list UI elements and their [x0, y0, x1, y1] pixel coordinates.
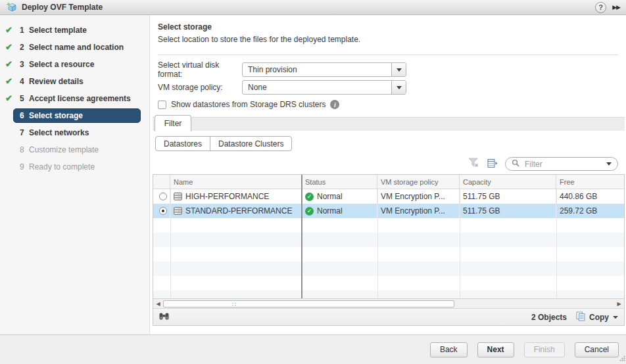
tab-filter[interactable]: Filter	[155, 115, 191, 131]
dropdown-caret-button[interactable]	[391, 63, 406, 76]
step-done-check-icon: ✔	[5, 76, 12, 86]
find-binoculars-icon[interactable]	[159, 312, 169, 322]
table-header-row: Name Status VM storage policy Capacity F…	[153, 175, 624, 189]
object-count: 2 Objects	[531, 313, 567, 322]
step-number: 8	[20, 145, 24, 154]
show-drs-checkbox[interactable]	[158, 101, 166, 109]
column-divider	[460, 189, 460, 298]
step-label: Customize template	[29, 145, 99, 154]
step-select-name-location[interactable]: ✔ 2 Select name and location	[0, 39, 149, 56]
datastore-name-cell: HIGH-PERFORMANCE	[170, 189, 302, 204]
frozen-column-splitter[interactable]	[301, 175, 302, 298]
datastore-icon	[174, 207, 182, 215]
show-drs-label: Show datastores from Storage DRS cluster…	[171, 100, 325, 109]
table-row-standard-performance[interactable]: STANDARD-PERFORMANCE ✓ Normal VM Encrypt…	[153, 204, 624, 218]
resize-grip[interactable]	[619, 354, 625, 363]
table-filter-search[interactable]	[505, 157, 618, 171]
column-header-name[interactable]: Name	[170, 175, 302, 189]
step-label: Review details	[29, 77, 84, 86]
column-divider	[170, 189, 171, 298]
column-divider	[377, 189, 378, 298]
step-ready-complete: 9 Ready to complete	[0, 158, 149, 175]
column-divider	[556, 189, 557, 298]
radio-selected[interactable]	[159, 207, 167, 215]
policy-cell: VM Encryption P...	[377, 204, 460, 218]
dropdown-caret-button[interactable]	[391, 81, 406, 94]
step-number: 9	[20, 162, 24, 171]
disk-format-label: Select virtual disk format:	[158, 60, 242, 79]
step-number: 3	[20, 60, 24, 69]
toggle-datastore-clusters[interactable]: Datastore Clusters	[210, 137, 291, 150]
chevron-down-icon	[397, 68, 402, 72]
chevron-down-icon[interactable]	[613, 316, 618, 319]
chevron-down-icon[interactable]	[606, 162, 612, 166]
scrollbar-grip-icon[interactable]: ∷	[232, 301, 236, 307]
page-title: Select storage	[158, 15, 618, 32]
info-icon[interactable]: i	[330, 100, 339, 109]
step-label: Select a resource	[29, 60, 94, 69]
vm-policy-label: VM storage policy:	[158, 83, 242, 92]
table-row-high-performance[interactable]: HIGH-PERFORMANCE ✓ Normal VM Encryption …	[153, 189, 624, 204]
horizontal-scrollbar[interactable]: ◀ ∷ ▶	[153, 298, 624, 308]
scrollbar-thumb[interactable]: ∷	[163, 300, 454, 307]
step-customize-template: 8 Customize template	[0, 141, 149, 158]
datastore-name: STANDARD-PERFORMANCE	[185, 206, 292, 216]
step-label: Accept license agreements	[29, 94, 131, 103]
status-ok-icon: ✓	[305, 193, 314, 201]
cancel-button[interactable]: Cancel	[575, 342, 619, 357]
capacity-cell: 511.75 GB	[460, 189, 556, 204]
select-storage-panel: Select storage Select location to store …	[150, 15, 626, 334]
step-done-check-icon: ✔	[5, 59, 12, 69]
header-divider	[158, 55, 618, 55]
step-review-details[interactable]: ✔ 4 Review details	[0, 73, 149, 90]
step-number: 6	[20, 111, 24, 120]
back-button[interactable]: Back	[430, 342, 468, 357]
ovf-cube-icon	[6, 2, 17, 12]
clear-filter-icon	[468, 158, 480, 170]
disk-format-value: Thin provision	[243, 63, 391, 76]
datastore-name: HIGH-PERFORMANCE	[185, 192, 269, 201]
column-header-status[interactable]: Status	[302, 175, 377, 189]
step-number: 4	[20, 77, 24, 86]
vm-policy-value: None	[243, 81, 391, 94]
step-done-check-icon: ✔	[5, 93, 12, 103]
wizard-footer: Back Next Finish Cancel	[0, 334, 626, 364]
forward-chevrons-icon[interactable]: ▶▶	[612, 4, 620, 11]
disk-format-dropdown[interactable]: Thin provision	[242, 62, 406, 77]
help-icon[interactable]: ?	[595, 2, 606, 13]
step-select-networks[interactable]: 7 Select networks	[0, 124, 149, 141]
status-ok-icon: ✓	[305, 207, 314, 216]
column-settings-icon[interactable]	[487, 158, 498, 170]
column-header-free[interactable]: Free	[556, 175, 624, 189]
step-number: 5	[20, 94, 24, 103]
next-button[interactable]: Next	[477, 342, 514, 357]
step-select-storage-active[interactable]: 6 Select storage	[0, 107, 149, 124]
scroll-left-icon[interactable]: ◀	[153, 301, 163, 307]
column-header-policy[interactable]: VM storage policy	[377, 175, 460, 189]
table-status-bar: 2 Objects Copy	[153, 308, 624, 325]
step-select-template[interactable]: ✔ 1 Select template	[0, 22, 149, 39]
copy-button[interactable]: Copy	[589, 313, 609, 322]
status-cell: ✓ Normal	[302, 204, 377, 218]
step-accept-license[interactable]: ✔ 5 Accept license agreements	[0, 90, 149, 107]
row-radio-cell[interactable]	[153, 189, 170, 204]
column-header-capacity[interactable]: Capacity	[460, 175, 556, 189]
datastore-icon	[174, 193, 182, 200]
step-number: 1	[20, 26, 24, 35]
vm-policy-dropdown[interactable]: None	[242, 80, 406, 95]
step-label: Select networks	[29, 128, 89, 137]
copy-icon	[576, 311, 585, 323]
datastore-table: Name Status VM storage policy Capacity F…	[153, 174, 625, 326]
filter-input[interactable]	[523, 159, 602, 170]
status-text: Normal	[317, 206, 343, 216]
free-cell: 440.86 GB	[556, 189, 624, 204]
scroll-right-icon[interactable]: ▶	[614, 301, 624, 307]
row-radio-cell[interactable]	[153, 204, 170, 218]
radio-column-header	[153, 175, 170, 189]
chevron-down-icon	[397, 86, 402, 89]
page-subtitle: Select location to store the files for t…	[158, 35, 618, 44]
radio-unselected[interactable]	[159, 193, 167, 200]
step-select-resource[interactable]: ✔ 3 Select a resource	[0, 56, 149, 73]
toggle-datastores[interactable]: Datastores	[156, 137, 210, 150]
policy-cell: VM Encryption P...	[377, 189, 460, 204]
